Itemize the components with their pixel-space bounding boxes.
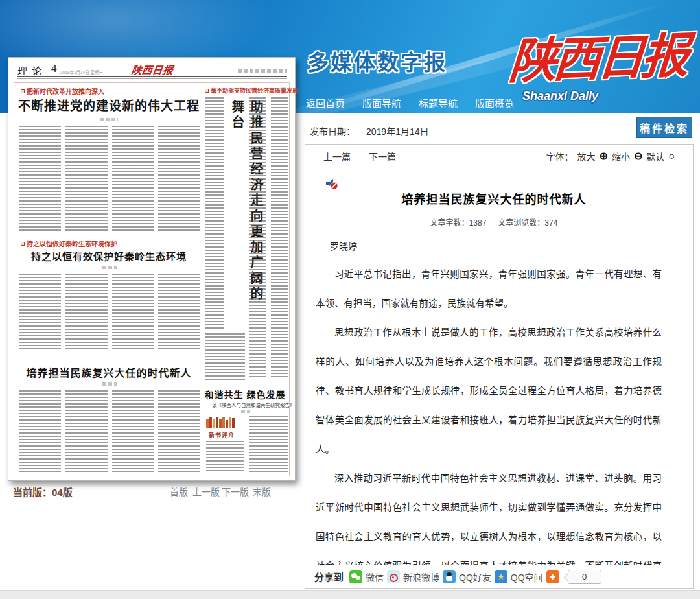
book-spine <box>209 417 212 428</box>
font-reset-link[interactable]: 默认 <box>646 150 664 163</box>
font-label: 字体： <box>546 150 574 163</box>
article-body: 培养担当民族复兴大任的时代新人 文章字数：1387文章浏览数：374 罗晓婷 习… <box>305 165 693 566</box>
byline-placeholder <box>102 266 117 269</box>
zoom-in-icon[interactable]: ⊕ <box>600 152 608 161</box>
text-column-placeholder <box>249 97 266 379</box>
wechat-share-link[interactable]: 微信 <box>366 570 384 583</box>
banner-nav: 返回首页 版面导航 标题导航 版面概览 <box>306 96 514 110</box>
text-column-placeholder <box>19 390 61 472</box>
next-article-link[interactable]: 下一篇 <box>369 150 396 163</box>
article-paragraph: 习近平总书记指出，青年兴则国家兴，青年强则国家强。青年一代有理想、有本领、有担当… <box>316 260 662 318</box>
word-count-value: 1387 <box>469 218 487 228</box>
newspaper-page-preview[interactable]: 理论 4 2019年1月14日 星期一 陕西日报 把新时代改革开放推向深入 不断… <box>8 57 296 481</box>
text-column-placeholder <box>205 333 245 380</box>
views-label: 文章浏览数： <box>498 218 544 228</box>
sina-weibo-icon[interactable] <box>387 570 400 583</box>
qzone-share-link[interactable]: QQ空间 <box>511 570 543 583</box>
book-spine <box>222 417 225 428</box>
text-column-placeholder <box>19 126 61 232</box>
editor-names-placeholder <box>238 69 287 73</box>
right-article-kicker: 毫不动摇支持民营经济高质量发展 <box>205 86 298 95</box>
text-column-placeholder <box>112 274 154 351</box>
views-value: 374 <box>544 218 557 228</box>
book-spine <box>213 419 215 428</box>
next-edition-link[interactable]: 下一版 <box>222 485 249 498</box>
byline-placeholder <box>102 382 117 386</box>
text-column-placeholder <box>65 274 107 351</box>
book-spine <box>219 419 222 428</box>
book-spine <box>229 417 231 428</box>
nav-home-link[interactable]: 返回首页 <box>306 96 345 110</box>
prev-article-link[interactable]: 上一篇 <box>323 150 351 163</box>
font-zoom-in-link[interactable]: 放大 <box>578 150 596 163</box>
weibo-share-link[interactable]: 新浪微博 <box>403 570 439 583</box>
nav-layout-link[interactable]: 版面导航 <box>362 96 401 110</box>
text-column-placeholder <box>65 390 107 472</box>
byline-placeholder <box>241 410 250 413</box>
article-paragraph: 深入推动习近平新时代中国特色社会主义思想进教材、进课堂、进头脑。用习近平新时代中… <box>316 464 662 566</box>
mid-article-kicker: 持之以恒做好秦岭生态环境保护 <box>21 239 117 248</box>
book-spine <box>206 419 209 428</box>
book-spine <box>216 417 218 428</box>
text-column-placeholder <box>158 390 200 472</box>
text-column-placeholder <box>112 390 154 472</box>
review-headline[interactable]: 和谐共生 绿色发展 <box>202 388 288 401</box>
text-column-placeholder <box>206 441 244 472</box>
text-column-placeholder <box>65 126 107 232</box>
page-number: 4 <box>51 62 57 75</box>
publish-date-label: 发布日期： <box>310 124 355 137</box>
divider <box>204 384 288 384</box>
qq-share-link[interactable]: QQ好友 <box>459 570 491 583</box>
newspaper-header: 理论 4 2019年1月14日 星期一 陕西日报 <box>18 62 287 77</box>
nav-titles-link[interactable]: 标题导航 <box>419 96 458 110</box>
kicker-square-icon <box>21 89 25 93</box>
right-article-text-columns <box>249 97 288 379</box>
bottom-article-text-columns <box>19 390 200 472</box>
site-title: 多媒体数字报 <box>307 45 447 76</box>
text-column-placeholder <box>112 126 154 232</box>
more-share-icon[interactable]: + <box>546 570 559 583</box>
kicker-square-icon <box>205 89 209 93</box>
paper-date: 2019年1月14日 星期一 <box>60 69 103 75</box>
font-zoom-out-link[interactable]: 缩小 <box>612 150 630 163</box>
lead-article-headline[interactable]: 不断推进党的建设新的伟大工程 <box>17 96 201 113</box>
bottom-article-headline[interactable]: 培养担当民族复兴大任的时代新人 <box>17 364 201 380</box>
audio-muted-icon[interactable] <box>325 177 339 191</box>
books-image <box>206 416 235 428</box>
text-column-placeholder <box>205 97 224 329</box>
shaanxi-daily-logo-english: Shaanxi Daily <box>522 89 598 103</box>
first-edition-link[interactable]: 首版 <box>170 485 188 498</box>
qq-icon[interactable] <box>443 570 456 583</box>
zoom-out-icon[interactable]: ⊖ <box>634 152 642 161</box>
newspaper-content-box: 把新时代改革开放推向深入 不断推进党的建设新的伟大工程 毫不动摇支持民营经济高质… <box>14 82 290 476</box>
qzone-star-icon[interactable]: ★ <box>495 570 508 583</box>
article-toolbar: 上一篇 下一篇 字体： 放大 ⊕ 缩小 ⊖ 默认 ○ <box>305 145 693 165</box>
paper-masthead: 陕西日报 <box>130 62 174 77</box>
share-bar: 分享到 微信 新浪微博 QQ好友 ★ QQ空间 + 0 <box>305 565 693 588</box>
divider <box>19 358 200 358</box>
text-column-placeholder <box>158 274 200 351</box>
manuscript-search-button[interactable]: 稿件检索 <box>636 117 692 138</box>
article-title: 培养担当民族复兴大任的时代新人 <box>316 190 672 207</box>
nav-overview-link[interactable]: 版面概览 <box>475 96 514 110</box>
book-spine <box>226 420 228 428</box>
article-meta: 文章字数：1387文章浏览数：374 <box>316 217 672 228</box>
text-column-placeholder <box>271 97 288 379</box>
share-count-badge: 0 <box>568 570 601 584</box>
shaanxi-daily-logo: 陕西日报 <box>507 16 688 92</box>
text-column-placeholder <box>249 416 288 472</box>
last-edition-link[interactable]: 末版 <box>253 485 271 498</box>
lead-article-text-columns <box>19 126 200 232</box>
article-paragraph: 思想政治工作从根本上说是做人的工作，高校思想政治工作关系高校培养什么样的人、如何… <box>316 318 662 464</box>
mid-article-text-columns <box>19 274 200 351</box>
article-panel: 上一篇 下一篇 字体： 放大 ⊕ 缩小 ⊖ 默认 ○ 培养担当民族复兴大任的时代… <box>305 144 694 589</box>
byline-placeholder <box>100 118 118 121</box>
wechat-icon[interactable] <box>349 570 362 583</box>
text-column-placeholder <box>158 126 200 232</box>
font-size-controls: 字体： 放大 ⊕ 缩小 ⊖ 默认 ○ <box>546 150 675 163</box>
prev-edition-link[interactable]: 上一版 <box>192 485 220 498</box>
article-author: 罗晓婷 <box>330 239 672 252</box>
text-column-placeholder <box>19 274 61 351</box>
font-reset-icon[interactable]: ○ <box>668 152 675 161</box>
mid-article-headline[interactable]: 持之以恒有效保护好秦岭生态环境 <box>17 249 201 263</box>
